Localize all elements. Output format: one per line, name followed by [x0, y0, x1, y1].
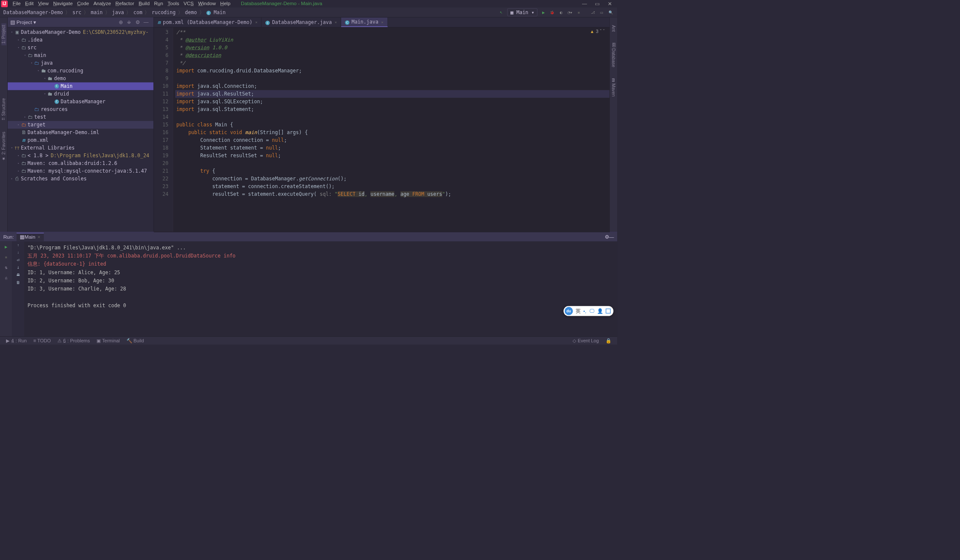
event-log-button[interactable]: ◇ Event Log: [569, 338, 602, 344]
stop-button[interactable]: ■: [575, 9, 582, 16]
back-icon[interactable]: ↖: [498, 9, 505, 16]
display-icon[interactable]: 🖵: [589, 308, 594, 314]
tree-item-< 1.8 >[interactable]: ▸🗀< 1.8 >D:\Program Files\Java\jdk1.8.0_…: [8, 152, 153, 159]
crumb-demo[interactable]: demo: [184, 9, 198, 16]
settings-icon[interactable]: ⚙: [135, 19, 141, 25]
code-area[interactable]: /** * @author LiuYiXin * @version 1.0.0 …: [173, 27, 610, 232]
menu-navigate[interactable]: Navigate: [51, 0, 75, 7]
sb-Terminal[interactable]: ▣ Terminal: [93, 338, 123, 344]
sb-Build[interactable]: 🔨 Build: [123, 338, 147, 344]
sb-6: Problems[interactable]: ⚠ 6: Problems: [54, 338, 93, 344]
tree-item-External Libraries[interactable]: ▾⫯⫯External Libraries: [8, 144, 153, 152]
layout-icon[interactable]: ▭: [598, 9, 606, 16]
maven-tool-label[interactable]: m Maven: [611, 77, 616, 99]
database-tool-label[interactable]: 🗄 Database: [611, 41, 616, 69]
editor-tab-pom.xml (DatabaseManager-Demo)[interactable]: mpom.xml (DatabaseManager-Demo)×: [154, 18, 262, 27]
tree-item-pom.xml[interactable]: mpom.xml: [8, 136, 153, 144]
tree-item-Scratches and Consoles[interactable]: ▸⎙Scratches and Consoles: [8, 175, 153, 183]
menu-vcs[interactable]: VCS: [181, 0, 196, 7]
crumb-main[interactable]: main: [90, 9, 104, 16]
tree-item-Maven: mysql:mysql-connector-java:5.1.47[interactable]: ▸🗀Maven: mysql:mysql-connector-java:5.1.…: [8, 167, 153, 175]
clear-icon[interactable]: 🗑: [16, 280, 20, 284]
tree-item-druid[interactable]: ▾🖿druid: [8, 90, 153, 98]
tree-item-demo[interactable]: ▾🖿demo: [8, 75, 153, 82]
sb-TODO[interactable]: ≡ TODO: [30, 338, 54, 344]
menu-refactor[interactable]: Refactor: [113, 0, 136, 7]
maximize-button[interactable]: ▭: [591, 0, 604, 7]
expand-icon[interactable]: ≑: [127, 19, 133, 25]
menu-build[interactable]: Build: [136, 0, 152, 7]
menu-help[interactable]: Help: [218, 0, 233, 7]
run-button[interactable]: ▶: [540, 9, 547, 16]
project-view-selector[interactable]: ▤ Project ▾: [10, 19, 36, 25]
up-icon[interactable]: ↑: [17, 243, 19, 247]
coverage-button[interactable]: ◐: [557, 9, 565, 16]
sb-4: Run[interactable]: ▶ 4: Run: [3, 338, 30, 344]
tree-item-.idea[interactable]: ▸🗀.idea: [8, 36, 153, 44]
run-settings-icon[interactable]: ⚙: [605, 234, 609, 240]
tree-item-resources[interactable]: 🗀resources: [8, 105, 153, 113]
breadcrumb[interactable]: DatabaseManager-Demo〉src〉main〉java〉com〉r…: [2, 9, 227, 15]
menu-window[interactable]: Window: [196, 0, 218, 7]
layout-icon[interactable]: ⇅: [3, 264, 10, 271]
menu-file[interactable]: File: [10, 0, 23, 7]
crumb-DatabaseManager-Demo[interactable]: DatabaseManager-Demo: [2, 9, 64, 16]
crumb-com[interactable]: com: [132, 9, 144, 16]
tree-item-java[interactable]: ▾🗀java: [8, 59, 153, 67]
tree-item-Main[interactable]: CMain: [8, 82, 153, 90]
lock-icon[interactable]: 🔒: [602, 338, 615, 344]
ime-lang[interactable]: 英: [576, 308, 581, 314]
profile-button[interactable]: ◔▾: [566, 9, 574, 16]
user-icon[interactable]: 👤: [597, 308, 603, 314]
editor-tab-Main.java[interactable]: CMain.java×: [341, 18, 388, 27]
scroll-icon[interactable]: ⤓: [17, 265, 20, 270]
tree-item-test[interactable]: ▸🗀test: [8, 113, 153, 121]
search-everywhere-icon[interactable]: 🔍: [607, 9, 615, 16]
tree-item-DatabaseManager-Demo.iml[interactable]: 🗎DatabaseManager-Demo.iml: [8, 129, 153, 136]
crumb-rucoding[interactable]: rucoding: [150, 9, 177, 16]
tree-item-target[interactable]: ▸🗀target: [8, 121, 153, 129]
menu-analyze[interactable]: Analyze: [91, 0, 113, 7]
project-tree[interactable]: ▾▣DatabaseManager-DemoE:\CSDN\230522\myz…: [8, 27, 153, 232]
debug-button[interactable]: 🐞: [549, 9, 556, 16]
menu-run[interactable]: Run: [152, 0, 165, 7]
crumb-src[interactable]: src: [71, 9, 82, 16]
structure-tool-label[interactable]: ⠿ Structure: [1, 96, 6, 122]
vcs-icon[interactable]: ⎇: [589, 9, 597, 16]
print-icon[interactable]: 🖶: [16, 273, 20, 277]
project-tool-label[interactable]: 1: Project: [1, 24, 6, 45]
pin-icon[interactable]: ⎙: [3, 274, 10, 281]
ant-tool-label[interactable]: Ant: [611, 24, 616, 33]
locate-icon[interactable]: ⊕: [119, 19, 125, 25]
tree-item-DatabaseManager[interactable]: CDatabaseManager: [8, 98, 153, 105]
tree-item-main[interactable]: ▾🗀main: [8, 51, 153, 59]
crumb-java[interactable]: java: [111, 9, 125, 16]
hide-icon[interactable]: —: [144, 19, 150, 25]
down-icon[interactable]: ↓: [17, 250, 19, 255]
editor-tab-DatabaseManager.java[interactable]: CDatabaseManager.java×: [261, 18, 341, 27]
wrap-icon[interactable]: ⏎: [17, 258, 20, 262]
menu-tools[interactable]: Tools: [165, 0, 181, 7]
run-tab[interactable]: ▦ Main ×: [17, 233, 44, 241]
prev-highlight-icon[interactable]: ˆ: [600, 29, 601, 34]
menu-view[interactable]: View: [36, 0, 51, 7]
ime-toolbar[interactable]: du 英 •, 🖵 👤: [564, 306, 614, 316]
run-configuration-selector[interactable]: ▦ Main ▾: [507, 8, 537, 16]
stop-run-button[interactable]: ■: [3, 254, 10, 261]
tree-item-Maven: com.alibaba:druid:1.2.6[interactable]: ▸🗀Maven: com.alibaba:druid:1.2.6: [8, 159, 153, 167]
favorites-tool-label[interactable]: ★ 2: Favorites: [1, 130, 6, 163]
console-output[interactable]: "D:\Program Files\Java\jdk1.8.0_241\bin\…: [24, 241, 618, 336]
next-highlight-icon[interactable]: ˇ: [603, 29, 604, 34]
run-hide-icon[interactable]: —: [609, 234, 614, 240]
menu-code[interactable]: Code: [75, 0, 91, 7]
crumb-Main[interactable]: C Main: [205, 9, 227, 15]
tree-item-src[interactable]: ▾🗀src: [8, 44, 153, 51]
grid-icon[interactable]: [606, 308, 611, 314]
rerun-button[interactable]: ▶: [3, 243, 10, 250]
inspection-badge[interactable]: ▲ 3 ˆ ˇ: [590, 29, 604, 34]
tree-item-DatabaseManager-Demo[interactable]: ▾▣DatabaseManager-DemoE:\CSDN\230522\myz…: [8, 28, 153, 36]
editor-body[interactable]: 3456789101112131415▶16▶1718192021222324 …: [154, 27, 610, 232]
minimize-button[interactable]: —: [578, 0, 591, 7]
close-button[interactable]: ✕: [603, 0, 616, 7]
tree-item-com.rucoding[interactable]: ▾🖿com.rucoding: [8, 67, 153, 75]
